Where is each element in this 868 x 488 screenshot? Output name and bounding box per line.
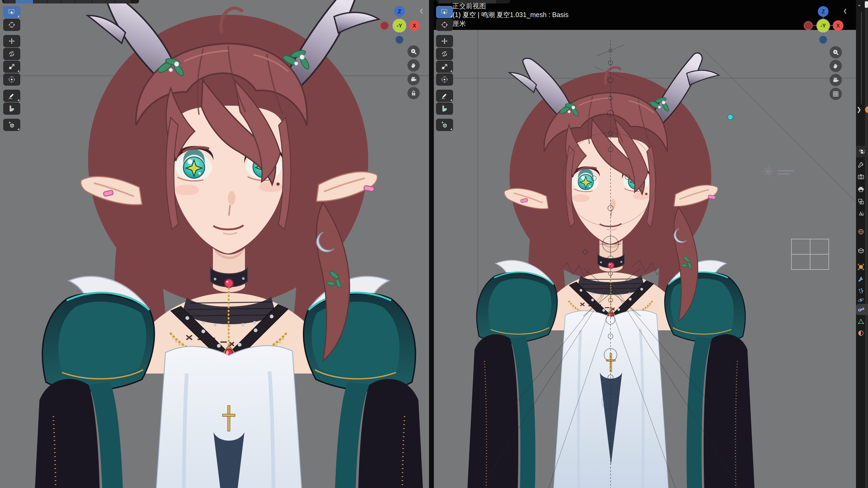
- camera-view-button[interactable]: [830, 74, 842, 86]
- add-cube-icon: [8, 121, 16, 129]
- viewport-divider[interactable]: [429, 0, 434, 488]
- tool-annotate[interactable]: [436, 90, 453, 102]
- tool-annotate[interactable]: [3, 90, 20, 102]
- editor-type-selector[interactable]: [856, 146, 868, 157]
- tool-scale[interactable]: [436, 61, 453, 73]
- constraints-icon: [857, 306, 865, 313]
- move-icon: [441, 37, 448, 45]
- props-tab-scene[interactable]: [856, 208, 868, 219]
- annotate-icon: [8, 92, 16, 99]
- panel-expand-arrow[interactable]: ❯: [857, 106, 861, 113]
- object-icon: [857, 263, 865, 271]
- grid-line-horizontal: [434, 78, 856, 79]
- sidebar-collapse-arrow[interactable]: ❮: [843, 8, 847, 14]
- view-orientation-label: 正交前视图: [453, 2, 568, 10]
- props-tab-view-layer[interactable]: [856, 196, 868, 207]
- tool-add-cube[interactable]: [3, 119, 20, 131]
- tool-measure[interactable]: [436, 102, 453, 115]
- tool-settings-segment[interactable]: [92, 0, 115, 3]
- transform-icon: [8, 76, 16, 83]
- props-tab-render[interactable]: [856, 171, 868, 183]
- camera-view-button[interactable]: [407, 73, 420, 85]
- tool-transform[interactable]: [436, 73, 453, 86]
- tool-settings-segment[interactable]: [4, 0, 15, 3]
- viewport-3d-textured[interactable]: Z -Y X ❮: [0, 0, 429, 488]
- grid-line-vertical: [477, 30, 478, 488]
- grid-line-horizontal: [0, 75, 429, 76]
- gizmo-axis-neg-z[interactable]: [819, 35, 828, 44]
- viewport-3d-wireframe[interactable]: 正交前视图 (1) 夏空 | 鸣潮 夏空1.031_mesh : Basis 厘…: [434, 0, 856, 488]
- tool-settings-segment[interactable]: [61, 0, 75, 3]
- sidebar-collapse-arrow[interactable]: ❮: [420, 8, 424, 14]
- particles-icon: [857, 287, 865, 295]
- props-tab-constraints[interactable]: [856, 304, 868, 315]
- unit-label: 厘米: [453, 19, 568, 28]
- gizmo-axis-z[interactable]: Z: [394, 6, 405, 17]
- collection-icon: [857, 247, 865, 254]
- movie-camera-icon: [832, 77, 839, 84]
- grid-toggle-button[interactable]: [830, 88, 842, 100]
- props-tab-collection[interactable]: [856, 245, 868, 256]
- tool-measure[interactable]: [3, 102, 20, 115]
- tool-scale[interactable]: [3, 61, 20, 73]
- tool-transform[interactable]: [3, 73, 20, 86]
- panel-scrollbar[interactable]: [861, 12, 862, 103]
- world-icon: [857, 228, 865, 235]
- gizmo-axis-neg-y[interactable]: -Y: [817, 19, 830, 32]
- tool-rotate[interactable]: [3, 48, 20, 60]
- tool-settings-active-segment[interactable]: [16, 0, 33, 3]
- props-tab-object-data[interactable]: [856, 316, 868, 327]
- tool-move[interactable]: [436, 35, 453, 47]
- zoom-in-button[interactable]: [830, 46, 842, 58]
- tool-settings-segment[interactable]: [34, 0, 47, 3]
- tool-add-cube[interactable]: [436, 119, 453, 131]
- cursor-icon: [8, 21, 16, 29]
- gizmo-axis-neg-x[interactable]: [380, 21, 389, 30]
- gizmo-axis-x[interactable]: X: [409, 20, 420, 31]
- gizmo-axis-neg-x[interactable]: [804, 21, 813, 30]
- tool-select-box[interactable]: [3, 6, 20, 18]
- character-render-wire: [434, 0, 856, 488]
- measure-icon: [441, 105, 448, 112]
- props-tab-output[interactable]: [856, 184, 868, 195]
- props-tab-modifiers[interactable]: [856, 273, 868, 285]
- chevron-down-icon[interactable]: ⌄: [857, 1, 862, 7]
- pan-button[interactable]: [407, 59, 420, 71]
- character-render: [0, 0, 429, 488]
- tool-settings-bar[interactable]: [2, 0, 139, 3]
- props-tab-material[interactable]: [856, 327, 868, 339]
- tool-settings-segment[interactable]: [48, 0, 61, 3]
- gizmo-axis-neg-y[interactable]: -Y: [393, 19, 406, 32]
- gizmo-axis-neg-z[interactable]: [395, 35, 404, 44]
- tool-cursor[interactable]: [3, 19, 20, 31]
- tool-settings-segment[interactable]: [439, 0, 451, 3]
- tool-move[interactable]: [3, 35, 20, 47]
- gizmo-axis-x[interactable]: X: [833, 20, 843, 31]
- tool-select-box[interactable]: [436, 6, 453, 18]
- gizmo-axis-z[interactable]: Z: [818, 6, 829, 17]
- lock-view-button[interactable]: [407, 87, 420, 99]
- output-icon: [857, 186, 865, 193]
- tool-rotate[interactable]: [436, 48, 453, 60]
- bone-endpoint-highlight[interactable]: [727, 114, 733, 120]
- tool-settings-segment[interactable]: [115, 0, 131, 3]
- material-icon: [857, 330, 865, 337]
- transform-icon: [441, 76, 448, 83]
- movie-camera-icon: [410, 76, 417, 83]
- props-tab-object[interactable]: [856, 261, 868, 272]
- zoom-in-button[interactable]: [407, 45, 420, 58]
- hand-icon: [410, 62, 417, 69]
- measure-icon: [8, 105, 16, 112]
- magnifier-plus-icon: [410, 48, 417, 55]
- pan-button[interactable]: [830, 60, 842, 72]
- scene-icon: [857, 210, 865, 217]
- reference-rectangles: [792, 239, 829, 270]
- rotate-icon: [441, 50, 448, 58]
- props-tab-tool[interactable]: [856, 159, 868, 170]
- render-icon: [857, 174, 865, 181]
- magnifier-plus-icon: [832, 49, 839, 56]
- padlock-icon: [410, 90, 417, 97]
- props-tab-world[interactable]: [856, 226, 868, 237]
- tool-settings-segment[interactable]: [75, 0, 92, 3]
- tool-cursor[interactable]: [436, 19, 453, 31]
